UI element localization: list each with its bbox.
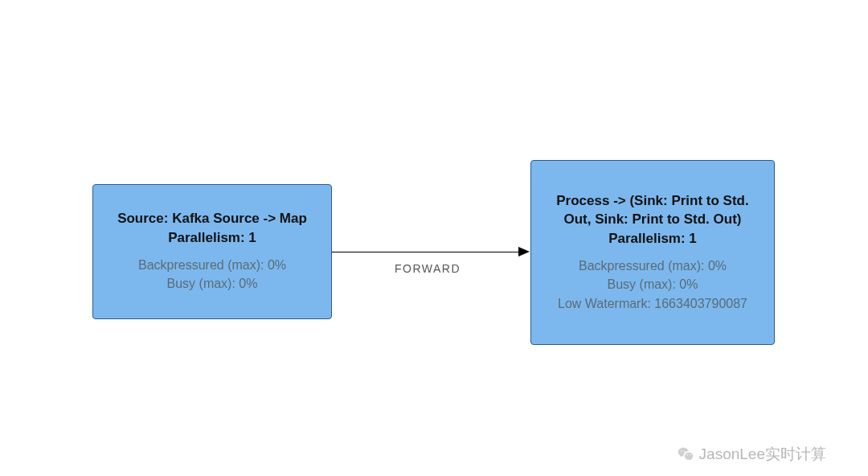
node-process-parallelism: Parallelism: 1 [608,231,697,247]
watermark-text: JasonLee实时计算 [699,444,826,465]
wechat-icon [677,445,694,463]
node-process-title: Process -> (Sink: Print to Std. Out, Sin… [541,192,764,229]
edge-label: FORWARD [395,262,461,275]
node-source-parallelism: Parallelism: 1 [168,230,256,246]
node-process-low-watermark: Low Watermark: 1663403790087 [558,294,747,313]
node-source[interactable]: Source: Kafka Source -> Map Parallelism:… [92,184,332,319]
edge-line [332,252,518,252]
node-source-title: Source: Kafka Source -> Map [117,210,307,228]
node-source-backpressure: Backpressured (max): 0% [138,256,286,274]
node-process[interactable]: Process -> (Sink: Print to Std. Out, Sin… [530,160,775,345]
node-process-busy: Busy (max): 0% [608,275,698,293]
image-watermark: JasonLee实时计算 [677,444,826,465]
node-source-busy: Busy (max): 0% [167,274,258,293]
node-process-backpressure: Backpressured (max): 0% [579,256,727,275]
edge-arrowhead [518,247,530,256]
